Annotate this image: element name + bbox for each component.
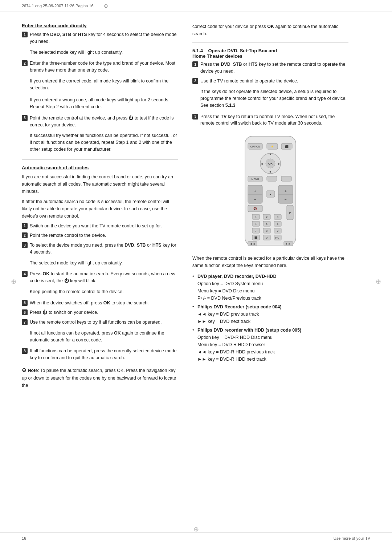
crosshair-right-icon: ⊕: [376, 278, 381, 285]
auto-step-7-text: Use the remote control keys to try if al…: [30, 319, 178, 326]
footer-page-number: 16: [22, 536, 26, 540]
page-container: 2674.1 eng 25-09-2007 11:26 Pagina 16 En…: [0, 0, 392, 555]
operate-badge-2: 2: [192, 78, 198, 84]
auto-badge-5: 5: [22, 300, 28, 306]
svg-text:MENU: MENU: [252, 178, 259, 181]
svg-text:P: P: [289, 212, 291, 214]
operate-step-3-text: Press the TV key to return to normal TV …: [200, 113, 348, 127]
remote-caption: When the remote control is selected for …: [192, 255, 348, 269]
svg-text:►►: ►►: [285, 242, 291, 246]
setup-step-3-sub: If successful try whether all functions …: [22, 131, 178, 154]
svg-text:+: +: [285, 189, 287, 193]
bullet-1-line-1: Option key = DVD System menu: [197, 281, 263, 286]
svg-text:🔇: 🔇: [253, 207, 257, 210]
svg-text:▼: ▼: [269, 170, 272, 174]
auto-badge-1: 1: [22, 223, 28, 229]
note-text: ⊖ Note: To pause the automatic search, p…: [22, 366, 178, 389]
setup-step-2: 2 Enter the three-number code for the ty…: [22, 60, 178, 74]
svg-text:6: 6: [277, 223, 278, 225]
right-note-continuation: correct code for your device or press OK…: [192, 23, 348, 37]
header-bar: 2674.1 eng 25-09-2007 11:26 Pagina 16: [0, 0, 392, 12]
auto-badge-6: 6: [22, 309, 28, 315]
svg-text:OK: OK: [268, 162, 273, 165]
step-badge-1: 1: [22, 32, 28, 37]
svg-text:▲: ▲: [269, 152, 272, 156]
section2-heading: Automatic search of all codes: [22, 165, 178, 170]
operate-step-1-text: Press the DVD, STB or HTS key to set the…: [200, 61, 348, 75]
auto-badge-4: 4: [22, 271, 28, 277]
step-1-sub-text: The selected mode key will light up cons…: [30, 49, 123, 56]
svg-text:◄: ◄: [269, 193, 272, 195]
auto-search-steps: 1 Switch on the device you want the TV r…: [22, 223, 178, 361]
svg-text:1: 1: [255, 216, 257, 218]
svg-text:0: 0: [266, 236, 268, 239]
operate-steps: 1 Press the DVD, STB or HTS key to set t…: [192, 61, 348, 127]
main-content: Enter the setup code directly 1 Press th…: [0, 12, 392, 408]
auto-step-7-sub-text: If not all functions can be operated, pr…: [30, 330, 178, 344]
svg-text:⬛: ⬛: [285, 145, 289, 148]
svg-text:◄: ◄: [260, 162, 264, 166]
auto-badge-8: 8: [22, 348, 28, 354]
step-2-sub2-text: If you entered a wrong code, all mode ke…: [30, 97, 178, 110]
section-514-heading: 5.1.4 Operate DVD, Set-Top Box and Home …: [192, 48, 348, 59]
bullet-1-line-2: Menu key = DVD Disc menu: [197, 288, 254, 293]
svg-text:8: 8: [266, 230, 268, 232]
auto-step-3: 3 To select the device mode you need, pr…: [22, 242, 178, 256]
svg-text:+: +: [254, 189, 256, 193]
bullet-3-line-4: ►► key = DVD-R HDD next track: [197, 357, 266, 362]
bullet-2-line-1: ◄◄ key = DVD previous track: [197, 312, 259, 317]
svg-rect-16: [267, 176, 277, 181]
note-icon: ⊖: [22, 367, 26, 373]
operate-badge-1: 1: [192, 61, 198, 67]
bullet-item-3: Philips DVD recorder with HDD (setup cod…: [192, 327, 348, 363]
bullet-item-1: DVD player, DVD recorder, DVD-HDD Option…: [192, 273, 348, 302]
auto-step-8-text: If all functions can be operated, press …: [30, 348, 178, 361]
auto-step-1: 1 Switch on the device you want the TV r…: [22, 223, 178, 230]
crosshair-left-icon: ⊕: [11, 278, 16, 285]
auto-step-4: 4 Press OK to start the automatic search…: [22, 271, 178, 284]
header-text: 2674.1 eng 25-09-2007 11:26 Pagina 16: [22, 4, 94, 8]
step-3-text: Point the remote control at the device, …: [30, 115, 178, 129]
svg-text:2: 2: [266, 216, 268, 218]
setup-step-2-sub2: If you entered a wrong code, all mode ke…: [22, 96, 178, 112]
operate-badge-3: 3: [192, 114, 198, 119]
auto-step-5-text: When the device switches off, press OK t…: [30, 300, 178, 307]
auto-step-2: 2 Point the remote control to the device…: [22, 232, 178, 239]
setup-step-1: 1 Press the DVD, STB or HTS key for 4 se…: [22, 31, 178, 45]
svg-text:4: 4: [255, 223, 257, 225]
auto-step-4-text: Press OK to start the automatic search. …: [30, 271, 178, 284]
operate-step-2-text: Use the TV remote control to operate the…: [200, 78, 348, 85]
bullet-3-line-1: Option key = DVD-R HDD Disc menu: [197, 335, 273, 340]
section-title-line1: Operate DVD, Set-Top Box and: [208, 48, 277, 53]
auto-step-7: 7 Use the remote control keys to try if …: [22, 319, 178, 326]
auto-para-2: If after the automatic search no code is…: [22, 198, 178, 220]
auto-step-5: 5 When the device switches off, press OK…: [22, 300, 178, 307]
left-column: Enter the setup code directly 1 Press th…: [22, 23, 178, 393]
svg-text:⚡: ⚡: [271, 145, 274, 148]
auto-step-3-sub-text: The selected mode key will light up cons…: [30, 260, 123, 267]
section1-heading: Enter the setup code directly: [22, 23, 178, 28]
operate-step-1: 1 Press the DVD, STB or HTS key to set t…: [192, 61, 348, 75]
auto-step-3-sub: The selected mode key will light up cons…: [22, 259, 178, 268]
step-badge-3: 3: [22, 115, 28, 121]
auto-step-4-sub-text: Keep pointing the remote control to the …: [30, 288, 124, 295]
divider-1: [22, 159, 178, 160]
setup-code-steps: 1 Press the DVD, STB or HTS key for 4 se…: [22, 31, 178, 154]
auto-badge-2: 2: [22, 232, 28, 238]
operate-step-2-sub: If the keys do not operate the selected …: [192, 87, 348, 110]
right-column: correct code for your device or press OK…: [192, 23, 348, 393]
footer: 16 Use more of your TV: [0, 532, 392, 544]
svg-text:P+/-: P+/-: [275, 236, 280, 239]
auto-badge-7: 7: [22, 319, 28, 325]
svg-text:9: 9: [277, 230, 278, 232]
bullet-1-line-3: P+/- = DVD Next/Previous track: [197, 296, 261, 301]
step-2-text: Enter the three-number code for the type…: [30, 60, 178, 74]
remote-svg: OPTION ⚡ ⬛ OK ▲ ▼ ◄ ►: [234, 133, 307, 249]
setup-step-3: 3 Point the remote control at the device…: [22, 115, 178, 129]
step-1-text: Press the DVD, STB or HTS key for 4 seco…: [30, 31, 178, 45]
auto-step-8: 8 If all functions can be operated, pres…: [22, 348, 178, 361]
bullet-2-line-2: ►► key = DVD next track: [197, 319, 250, 324]
auto-step-7-sub: If not all functions can be operated, pr…: [22, 329, 178, 345]
auto-step-3-text: To select the device mode you need, pres…: [30, 242, 178, 256]
svg-text:⬛: ⬛: [254, 236, 258, 239]
